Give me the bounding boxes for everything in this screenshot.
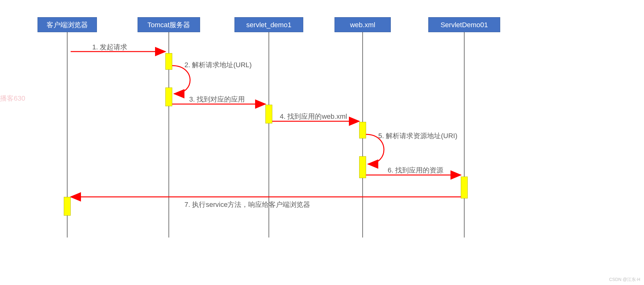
message-label: 3. 找到对应的应用 (189, 95, 245, 104)
participant-p1: 客户端浏览器 (38, 17, 97, 32)
message-label: 5. 解析请求资源地址(URI) (378, 131, 457, 141)
footer-watermark: CSDN @江东·H (609, 277, 640, 282)
activation-bar (64, 197, 71, 216)
message-label: 6. 找到应用的资源 (388, 166, 443, 175)
self-message-arrow (172, 66, 190, 94)
participant-p3: servlet_demo1 (234, 17, 303, 32)
message-label: 1. 发起请求 (92, 42, 127, 52)
activation-bar (165, 88, 172, 106)
message-label: 7. 执行service方法，响应给客户端浏览器 (184, 200, 310, 209)
participant-p2: Tomcat服务器 (138, 17, 200, 32)
participant-p4: web.xml (335, 17, 391, 32)
activation-bar (265, 105, 272, 123)
activation-bar (461, 177, 468, 198)
activation-bar (165, 53, 172, 70)
participant-p5: ServletDemo01 (428, 17, 500, 32)
activation-bar (359, 156, 366, 178)
message-label: 4. 找到应用的web.xml (280, 112, 347, 121)
sequence-diagram: 客户端浏览器Tomcat服务器servlet_demo1web.xmlServl… (19, 0, 500, 238)
message-label: 2. 解析请求地址(URL) (184, 60, 252, 70)
activation-bar (359, 122, 366, 138)
